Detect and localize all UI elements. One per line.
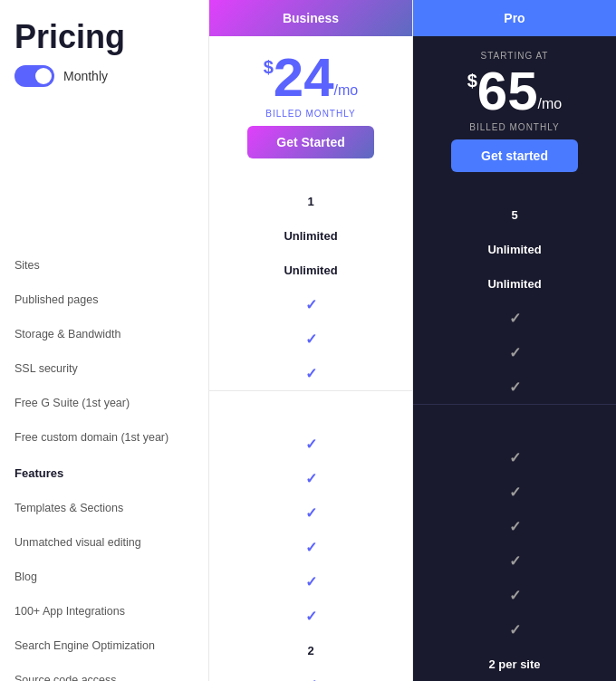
- pro-section-spacer: [413, 404, 616, 440]
- business-feature-cell: ✓: [209, 495, 412, 530]
- pro-feature-cell: 2 per site: [413, 647, 616, 681]
- check-icon: ✓: [509, 518, 521, 535]
- feature-row-label: Source code access: [14, 663, 194, 681]
- feature-row-label: SSL security: [14, 351, 194, 386]
- pro-feature-cells: 5UnlimitedUnlimited✓✓✓✓✓✓✓✓✓2 per site✓✓…: [413, 197, 616, 681]
- business-price-amount: $ 24 /mo: [209, 51, 412, 105]
- pro-feature-cell: ✓: [413, 475, 616, 509]
- pro-price-amount: $ 65 /mo: [413, 64, 616, 119]
- feature-labels-list: SitesPublished pagesStorage & BandwidthS…: [14, 248, 194, 681]
- check-icon: ✓: [305, 573, 317, 590]
- business-plan-column: Business $ 24 /mo BILLED MONTHLY Get Sta…: [208, 0, 413, 681]
- check-icon: ✓: [305, 365, 317, 382]
- business-feature-cell: Unlimited: [209, 253, 412, 287]
- business-feature-cell: ✓: [209, 564, 412, 599]
- business-feature-cell: ✓: [209, 427, 412, 461]
- feature-row-label: Storage & Bandwidth: [14, 317, 194, 351]
- pro-feature-cell: ✓: [413, 440, 616, 475]
- pricing-container: Pricing Monthly SitesPublished pagesStor…: [0, 0, 616, 681]
- business-feature-cell: ✓: [209, 530, 412, 564]
- check-icon: ✓: [305, 436, 317, 453]
- check-icon: ✓: [509, 449, 521, 466]
- pro-feature-cell: 5: [413, 197, 616, 232]
- business-feature-cell: 2: [209, 633, 412, 667]
- check-icon: ✓: [305, 539, 317, 556]
- check-icon: ✓: [305, 331, 317, 348]
- pro-feature-cell: ✓: [413, 369, 616, 404]
- business-feature-cell: ✓: [209, 287, 412, 321]
- business-feature-cell: ✓: [209, 599, 412, 633]
- feature-row-label: Templates & Sections: [14, 491, 194, 525]
- pro-feature-cell: Unlimited: [413, 266, 616, 301]
- feature-row-label: Free custom domain (1st year): [14, 420, 194, 455]
- business-plan-header: Business: [209, 0, 412, 36]
- feature-section-header: Features: [14, 455, 194, 491]
- feature-row-label: Free G Suite (1st year): [14, 386, 194, 420]
- pro-feature-cell: ✓: [413, 612, 616, 647]
- check-icon: ✓: [305, 608, 317, 625]
- check-icon: ✓: [509, 587, 521, 604]
- feature-row-label: Blog: [14, 560, 194, 594]
- check-icon: ✓: [305, 470, 317, 487]
- check-icon: ✓: [509, 310, 521, 327]
- check-icon: ✓: [305, 296, 317, 313]
- business-feature-cell: Unlimited: [209, 218, 412, 253]
- check-icon: ✓: [509, 621, 521, 638]
- pro-feature-cell: ✓: [413, 543, 616, 578]
- check-icon: ✓: [509, 379, 521, 396]
- business-feature-cell: ✓: [209, 356, 412, 390]
- pro-feature-cell: ✓: [413, 509, 616, 543]
- pro-starting-at: STARTING AT: [413, 51, 616, 61]
- pro-billed: BILLED MONTHLY: [413, 122, 616, 132]
- business-feature-cell: ✓: [209, 321, 412, 356]
- feature-row-label: Published pages: [14, 283, 194, 317]
- pro-plan-column: Pro STARTING AT $ 65 /mo BILLED MONTHLY …: [413, 0, 616, 681]
- pro-plan-header: Pro: [413, 0, 616, 36]
- billing-toggle-row: Monthly: [14, 65, 194, 87]
- monthly-toggle[interactable]: [14, 65, 54, 87]
- pro-price-section: STARTING AT $ 65 /mo BILLED MONTHLY Get …: [413, 36, 616, 197]
- feature-row-label: Search Engine Optimization: [14, 628, 194, 663]
- business-feature-cell: ✓: [209, 461, 412, 495]
- toggle-label: Monthly: [63, 69, 108, 83]
- pro-feature-cell: Unlimited: [413, 232, 616, 266]
- pro-feature-cell: ✓: [413, 335, 616, 369]
- feature-row-label: Unmatched visual editing: [14, 525, 194, 560]
- check-icon: ✓: [509, 344, 521, 361]
- pro-feature-cell: ✓: [413, 301, 616, 335]
- check-icon: ✓: [509, 484, 521, 501]
- business-feature-cells: 1UnlimitedUnlimited✓✓✓✓✓✓✓✓✓2✓✓✓✓: [209, 184, 412, 681]
- business-section-spacer: [209, 390, 412, 427]
- business-feature-cell: ✓: [209, 667, 412, 681]
- business-feature-cell: 1: [209, 184, 412, 218]
- business-billed: BILLED MONTHLY: [209, 109, 412, 119]
- pro-get-started-button[interactable]: Get started: [451, 139, 578, 172]
- check-icon: ✓: [305, 676, 317, 682]
- price-spacer: [14, 114, 194, 248]
- feature-row-label: Sites: [14, 248, 194, 283]
- check-icon: ✓: [305, 504, 317, 522]
- check-icon: ✓: [509, 552, 521, 570]
- business-price-section: $ 24 /mo BILLED MONTHLY Get Started: [209, 36, 412, 184]
- features-column: Pricing Monthly SitesPublished pagesStor…: [0, 0, 208, 681]
- page-title: Pricing: [14, 18, 194, 56]
- business-get-started-button[interactable]: Get Started: [247, 126, 374, 158]
- pro-feature-cell: ✓: [413, 578, 616, 612]
- feature-row-label: 100+ App Integrations: [14, 594, 194, 628]
